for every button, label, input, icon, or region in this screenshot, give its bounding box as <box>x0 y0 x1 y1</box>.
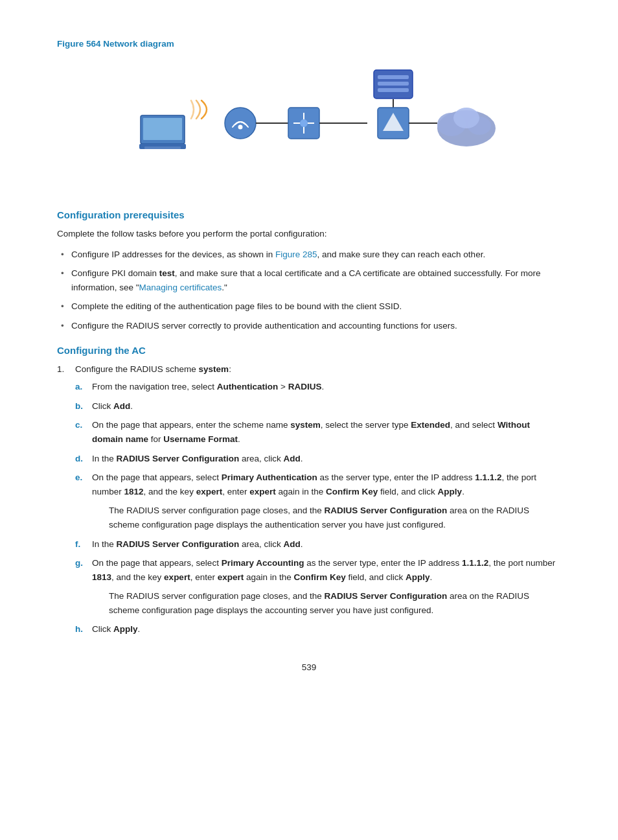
page-number: 539 <box>57 662 561 672</box>
note-g: The RADIUS server configuration page clo… <box>109 589 561 617</box>
sub-step-d: In the RADIUS Server Configuration area,… <box>75 452 561 466</box>
svg-point-23 <box>453 108 479 128</box>
svg-rect-15 <box>378 82 409 86</box>
list-item: Configure PKI domain test, and make sure… <box>57 266 561 294</box>
svg-rect-3 <box>144 146 181 149</box>
svg-point-5 <box>239 126 242 129</box>
figure-caption: Figure 564 Network diagram <box>57 39 561 49</box>
list-item: Configure IP addresses for the devices, … <box>57 248 561 262</box>
sub-steps-list: From the navigation tree, select Authent… <box>75 380 561 636</box>
sub-step-e: On the page that appears, select Primary… <box>75 471 561 531</box>
sub-step-a: From the navigation tree, select Authent… <box>75 380 561 394</box>
config-prerequisites-heading: Configuration prerequisites <box>57 209 561 220</box>
svg-rect-1 <box>143 118 182 140</box>
sub-step-g: On the page that appears, select Primary… <box>75 556 561 617</box>
list-item: Complete the editing of the authenticati… <box>57 299 561 314</box>
network-diagram <box>57 60 561 177</box>
config-prerequisites-intro: Complete the follow tasks before you per… <box>57 227 561 241</box>
sub-step-b: Click Add. <box>75 399 561 414</box>
sub-step-h: Click Apply. <box>75 622 561 636</box>
managing-certs-link[interactable]: Managing certificates <box>139 283 222 292</box>
svg-point-4 <box>225 108 256 139</box>
note-e: The RADIUS server configuration page clo… <box>109 504 561 531</box>
list-item: Configure the RADIUS server correctly to… <box>57 319 561 333</box>
sub-step-c: On the page that appears, enter the sche… <box>75 418 561 446</box>
svg-point-10 <box>300 119 308 127</box>
configuring-ac-heading: Configuring the AC <box>57 345 561 356</box>
main-steps-list: Configure the RADIUS scheme system: From… <box>57 362 561 637</box>
svg-rect-14 <box>378 75 409 79</box>
svg-rect-16 <box>378 88 409 92</box>
figure285-link[interactable]: Figure 285 <box>275 250 317 259</box>
sub-step-f: In the RADIUS Server Configuration area,… <box>75 537 561 552</box>
prerequisites-list: Configure IP addresses for the devices, … <box>57 248 561 333</box>
main-step-1: Configure the RADIUS scheme system: From… <box>57 362 561 637</box>
